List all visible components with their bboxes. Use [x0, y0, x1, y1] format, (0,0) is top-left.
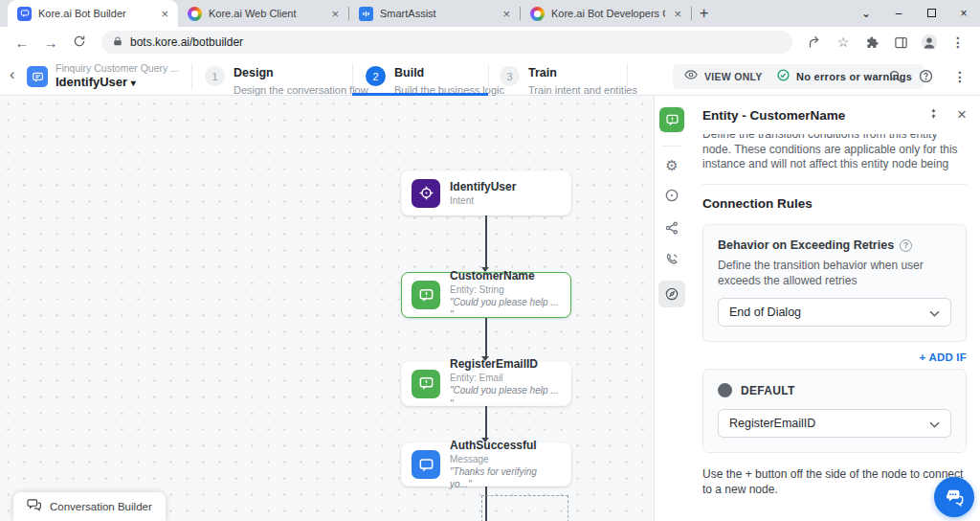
voice-properties-icon[interactable]: [655, 252, 689, 266]
bot-meta: Finquiry Customer Query ... IdentifyUser…: [56, 62, 179, 90]
tab-title: SmartAssist: [380, 8, 494, 19]
back-chevron-icon[interactable]: ‹: [10, 66, 14, 83]
screen: Kore.ai Bot Builder × Kore.ai Web Client…: [0, 0, 980, 521]
header-menu-icon[interactable]: ⋮: [953, 69, 967, 84]
node-registeremailid[interactable]: RegisterEmailID Entity: Email "Could you…: [401, 361, 571, 406]
window-controls: ⌄ – ×: [850, 0, 980, 27]
settings-icon[interactable]: ⚙: [655, 157, 689, 174]
node-customername[interactable]: CustomerName Entity: String "Could you p…: [401, 272, 571, 318]
sidebar-icon[interactable]: [888, 35, 913, 50]
bookmark-star-icon[interactable]: ☆: [831, 34, 856, 50]
node-identifyuser[interactable]: IdentifyUser Intent: [401, 170, 571, 215]
browser-menu-icon[interactable]: ⋮: [946, 34, 970, 50]
new-tab-button[interactable]: +: [700, 5, 708, 22]
browser-tab-strip: Kore.ai Bot Builder × Kore.ai Web Client…: [0, 0, 980, 27]
tab-title: Kore.ai Web Client: [209, 8, 323, 19]
instance-properties-icon[interactable]: [655, 188, 689, 203]
tab-close-icon[interactable]: ×: [672, 8, 683, 20]
browser-toolbar: ← → bots.kore.ai/botbuilder ☆ ⋮: [0, 27, 980, 57]
reload-icon[interactable]: [67, 34, 92, 51]
view-only-badge[interactable]: VIEW ONLY: [673, 64, 774, 89]
intent-icon: [412, 179, 440, 208]
back-icon[interactable]: ←: [10, 34, 34, 51]
window-close-button[interactable]: ×: [947, 7, 980, 20]
retries-behavior-value: End of Dialog: [729, 306, 801, 319]
main-area: IdentifyUser Intent CustomerName Entity:…: [0, 96, 980, 521]
dialog-name-dropdown[interactable]: IdentifyUser ▾: [56, 75, 179, 90]
builder-button-label: Conversation Builder: [50, 501, 152, 512]
default-target-value: RegisterEmailID: [729, 417, 815, 430]
tab-smartassist[interactable]: SmartAssist ×: [349, 0, 520, 27]
entity-node-icon[interactable]: [659, 107, 684, 132]
address-bar[interactable]: bots.kore.ai/botbuilder: [101, 31, 792, 54]
retries-behavior-select[interactable]: End of Dialog: [718, 298, 951, 327]
chat-bubbles-icon: [27, 498, 42, 515]
window-restore-button[interactable]: [915, 7, 947, 20]
kore-ring-favicon: [530, 7, 545, 21]
header-divider: [352, 64, 353, 89]
search-icon[interactable]: [888, 69, 902, 87]
caret-down-icon: ▾: [131, 78, 136, 88]
help-icon[interactable]: [919, 69, 933, 87]
tab-separator: [691, 7, 692, 20]
info-icon[interactable]: ?: [900, 239, 912, 252]
panel-footer-note: Use the + button off the side of the nod…: [702, 466, 967, 497]
step-subtitle: Train intent and entities: [528, 84, 637, 96]
tab-close-icon[interactable]: ×: [159, 8, 170, 20]
node-prompt: "Could you please help ... ": [450, 296, 561, 322]
message-icon: [412, 450, 440, 479]
extensions-icon[interactable]: [859, 35, 884, 50]
header-divider: [488, 64, 489, 89]
tab-title: Kore.ai Bot Builder: [38, 8, 152, 19]
tab-bot-builder[interactable]: Kore.ai Bot Builder ×: [8, 0, 178, 27]
tab-close-icon[interactable]: ×: [329, 8, 341, 20]
connections-icon[interactable]: [655, 220, 689, 236]
node-prompt: "Thanks for verifying yo...": [450, 465, 561, 491]
connector-line: [485, 215, 487, 267]
panel-divider: [702, 184, 967, 185]
conversation-builder-button[interactable]: Conversation Builder: [13, 492, 166, 521]
panel-description: Define the transition conditions from th…: [702, 134, 967, 172]
url-text: bots.kore.ai/botbuilder: [130, 35, 243, 49]
share-icon[interactable]: [802, 35, 827, 50]
dialog-canvas[interactable]: IdentifyUser Intent CustomerName Entity:…: [0, 96, 654, 521]
close-panel-icon[interactable]: ×: [957, 105, 967, 125]
app-header: ‹ Finquiry Customer Query ... IdentifyUs…: [0, 57, 980, 96]
step-train[interactable]: 3 Train Train intent and entities: [500, 63, 637, 98]
default-label: DEFAULT: [741, 384, 795, 397]
kore-ring-favicon: [188, 7, 202, 21]
step-design[interactable]: 1 Design Design the conversation flow: [205, 63, 368, 98]
entity-properties-panel: ⚙ Entity - CustomerName: [654, 96, 980, 521]
forward-icon[interactable]: →: [38, 34, 63, 51]
collapse-panel-icon[interactable]: [927, 106, 940, 124]
step-number: 3: [500, 66, 520, 86]
bot-name: Finquiry Customer Query ...: [56, 62, 179, 75]
default-target-select[interactable]: RegisterEmailID: [718, 409, 951, 438]
connector-line: [485, 406, 487, 438]
tab-developers-community[interactable]: Kore.ai Bot Developers Commun ×: [521, 0, 691, 27]
step-title: Design: [234, 66, 274, 79]
tab-close-icon[interactable]: ×: [501, 8, 512, 20]
bot-icon: [27, 66, 48, 87]
node-prompt: "Could you please help ... ": [450, 384, 561, 410]
step-subtitle: Design the conversation flow: [234, 84, 368, 96]
tab-web-client[interactable]: Kore.ai Web Client ×: [178, 0, 348, 27]
node-authsuccessful[interactable]: AuthSuccessful Message "Thanks for verif…: [401, 442, 571, 487]
padlock-icon: [113, 34, 122, 51]
chat-fab-icon: [944, 487, 965, 507]
connection-rules-icon[interactable]: [658, 281, 685, 307]
node-title: RegisterEmailID: [450, 357, 561, 372]
retries-description: Define the transition behavior when user…: [718, 258, 951, 288]
window-minimize-button[interactable]: –: [882, 7, 915, 20]
retries-card: Behavior on Exceeding Retries ? Define t…: [702, 224, 967, 342]
profile-avatar[interactable]: [917, 34, 942, 51]
add-if-link[interactable]: + ADD IF: [702, 351, 967, 363]
window-menu-icon[interactable]: ⌄: [850, 7, 882, 20]
chat-assistant-fab[interactable]: [934, 477, 974, 517]
connection-rules-title: Connection Rules: [702, 196, 967, 211]
node-title: CustomerName: [450, 269, 561, 283]
panel-title: Entity - CustomerName: [702, 108, 845, 123]
default-rule-card: DEFAULT RegisterEmailID: [702, 369, 967, 453]
panel-icon-strip: ⚙: [655, 96, 689, 521]
tab-title: Kore.ai Bot Developers Commun: [551, 8, 665, 19]
